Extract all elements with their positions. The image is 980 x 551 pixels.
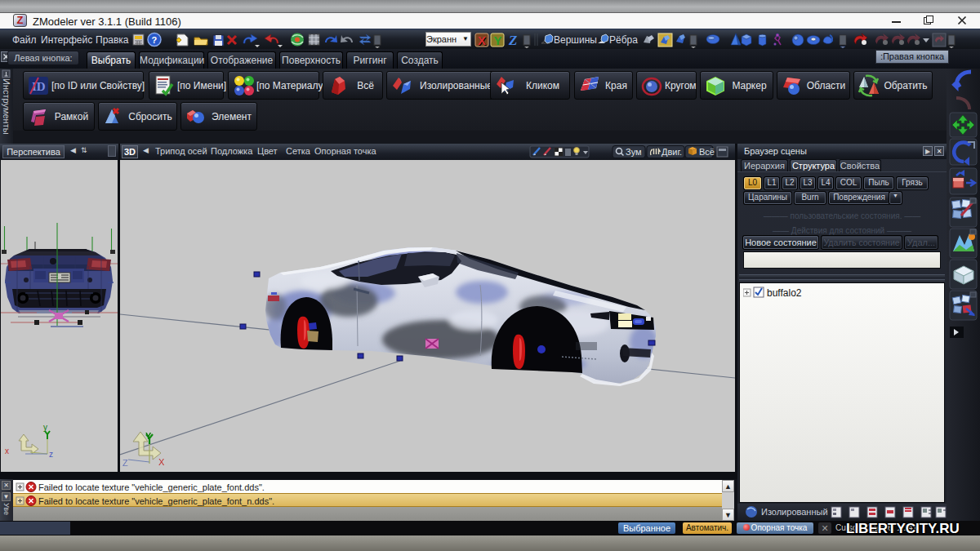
- svg-text:Изолированный: Изолированный: [761, 507, 828, 517]
- svg-text:X: X: [158, 457, 165, 467]
- svg-text:Всё: Всё: [699, 147, 715, 157]
- svg-text:Failed to locate texture "vehi: Failed to locate texture "vehicle_generi…: [38, 482, 265, 492]
- svg-text:Y: Y: [494, 33, 502, 47]
- svg-text:Двиг.: Двиг.: [662, 147, 682, 157]
- svg-text:x: x: [5, 447, 9, 455]
- svg-text:y: y: [43, 423, 47, 432]
- svg-text:buffalo2: buffalo2: [767, 287, 802, 299]
- svg-text:z: z: [49, 450, 53, 459]
- svg-text:Failed to locate texture "vehi: Failed to locate texture "vehicle_generi…: [38, 496, 274, 506]
- svg-text:?: ?: [152, 35, 158, 45]
- svg-text:Зум: Зум: [626, 147, 642, 157]
- svg-text:Z: Z: [122, 458, 128, 468]
- svg-text:X: X: [478, 33, 486, 47]
- svg-text:Z: Z: [508, 33, 517, 48]
- svg-text:Y: Y: [145, 431, 152, 441]
